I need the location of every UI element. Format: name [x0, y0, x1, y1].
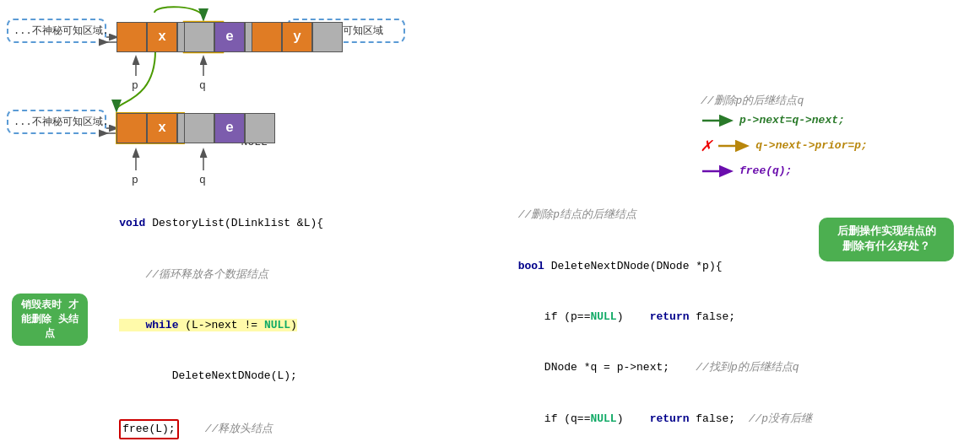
rc-return1: return	[650, 310, 690, 323]
rc-c3: //p没有后继	[735, 412, 812, 425]
comment-loop: //循环释放各个数据结点	[119, 268, 268, 281]
code-qnext: q->next->prior=p;	[755, 137, 868, 155]
kw-while: while	[145, 319, 178, 331]
rc-false2: false;	[690, 412, 736, 425]
svg-text:q: q	[199, 174, 206, 186]
svg-text:p: p	[132, 79, 138, 92]
top-right-comment: //删除p的后继结点q p->next=q->next; ✗ q->next->…	[701, 93, 868, 182]
node-e-bottom: e	[184, 113, 275, 143]
rc-l3: if (q==NULL) return false; //p没有后继	[439, 394, 812, 444]
code-line-delete: DeleteNextDNode(L);	[93, 351, 498, 401]
rc-null1: NULL	[590, 310, 616, 323]
purple-arrow-svg	[701, 164, 734, 178]
node-x-left-bottom	[116, 113, 147, 143]
free-box: free(L);	[119, 419, 178, 439]
node-y-center-top: y	[282, 22, 312, 52]
rc-sig: bool DeleteNextDNode(DNode *p){	[439, 240, 812, 291]
node-x-left-top	[116, 22, 147, 52]
rc-ret2: )	[617, 412, 650, 425]
svg-text:q: q	[199, 79, 206, 92]
while-highlight: while (L->next != NULL)	[119, 319, 297, 331]
svg-text:p: p	[132, 174, 138, 186]
gold-arrow-svg	[717, 139, 750, 153]
rc-comment: //删除p结点的后继结点	[439, 190, 812, 240]
rc-if1: if (p==	[465, 310, 590, 323]
arrow-row-purple: free(q);	[701, 163, 868, 180]
node-y-top: y	[252, 22, 343, 52]
x-mark: ✗	[701, 132, 712, 161]
rc-comment-text: //删除p结点的后继结点	[465, 208, 636, 221]
node-e-right-bottom	[245, 113, 275, 143]
callout-right: 后删操作实现结点的 删除有什么好处？	[819, 218, 954, 261]
code-pnext: p->next=q->next;	[739, 112, 845, 130]
rc-return2: return	[650, 412, 690, 425]
diagram-section: ...不神秘可知区域... ...不神秘可知区域	[0, 0, 447, 202]
fn-name: DestoryList(DLinklist &L){	[145, 217, 323, 229]
delete-call: DeleteNextDNode(L);	[119, 369, 297, 382]
rc-if2: if (q==	[465, 412, 590, 425]
rc-false1: false;	[690, 310, 736, 323]
node-y-left-top	[252, 22, 282, 52]
rc-bool: bool	[465, 260, 544, 272]
null-while: NULL	[264, 319, 290, 331]
rc-l2: DNode *q = p->next; //找到p的后继结点q	[439, 342, 812, 393]
code-free: free(q);	[739, 163, 792, 180]
node-e-left-top	[184, 22, 214, 52]
arrow-row-1: p->next=q->next;	[701, 112, 868, 130]
rc-fn: DeleteNextDNode(DNode *p){	[544, 260, 723, 272]
node-x-center-bottom: x	[147, 113, 177, 143]
rc-null2: NULL	[590, 412, 616, 425]
rc-l1: if (p==NULL) return false;	[439, 292, 812, 342]
rc-dnode: DNode *q = p->next;	[465, 361, 682, 374]
kw-void: void	[119, 217, 145, 229]
callout-right-text: 后删操作实现结点的 删除有什么好处？	[837, 225, 936, 253]
code-section-left: void DestoryList(DLinklist &L){ //循环释放各个…	[93, 198, 498, 447]
code-comment-1: //循环释放各个数据结点	[93, 249, 498, 299]
node-y-right-top	[312, 22, 343, 52]
callout-left: 销毁表时 才能删除 头结点	[12, 294, 88, 346]
node-e-center-bottom: e	[214, 113, 245, 143]
comment-free: //释放头结点	[179, 423, 273, 435]
node-e-center-top: e	[214, 22, 245, 52]
rc-c2: //找到p的后继结点q	[683, 361, 799, 374]
rc-ret1: )	[617, 310, 650, 323]
arrow-row-x: ✗ q->next->prior=p;	[701, 132, 868, 161]
code-line-free: free(L); //释放头结点	[93, 402, 498, 447]
callout-left-text: 销毁表时 才能删除 头结点	[21, 299, 78, 340]
code-line-1: void DestoryList(DLinklist &L){	[93, 198, 498, 249]
node-x-center-top: x	[147, 22, 177, 52]
node-e-left-bottom	[184, 113, 214, 143]
comment-title: //删除p的后继结点q	[701, 93, 868, 110]
code-line-while: while (L->next != NULL)	[93, 300, 498, 351]
right-code-section: //删除p结点的后继结点 bool DeleteNextDNode(DNode …	[439, 190, 812, 447]
green-arrow-svg	[701, 114, 734, 127]
